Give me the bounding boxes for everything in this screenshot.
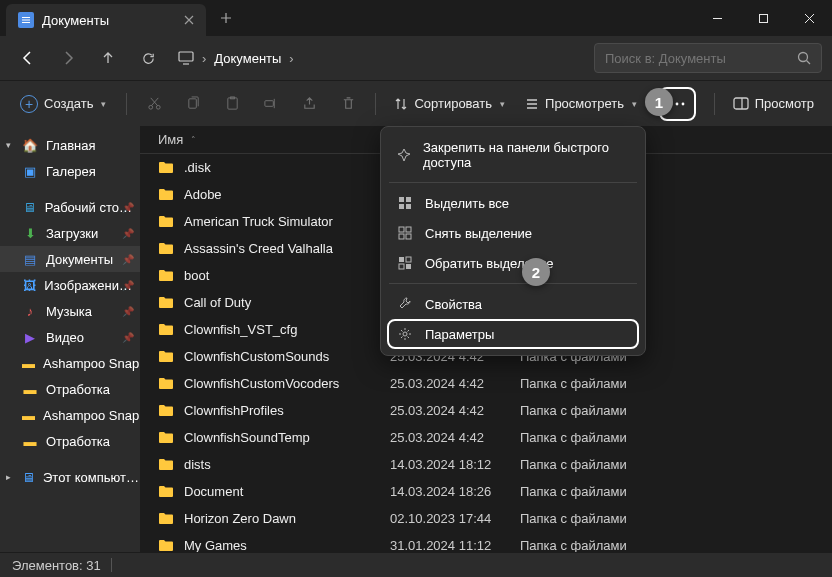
file-type: Папка с файлами: [520, 403, 627, 418]
tab-documents[interactable]: Документы: [6, 4, 206, 36]
close-window-button[interactable]: [786, 0, 832, 36]
file-row[interactable]: Horizon Zero Dawn02.10.2023 17:44Папка с…: [140, 505, 832, 532]
chevron-right-icon[interactable]: ›: [289, 51, 293, 66]
sort-asc-icon: ˄: [191, 135, 196, 145]
svg-rect-18: [399, 204, 404, 209]
maximize-button[interactable]: [740, 0, 786, 36]
download-icon: ⬇: [22, 225, 38, 241]
sidebar-downloads[interactable]: ⬇Загрузки📌: [0, 220, 140, 246]
svg-rect-19: [406, 204, 411, 209]
svg-rect-27: [406, 264, 411, 269]
file-row[interactable]: dists14.03.2024 18:12Папка с файлами: [140, 451, 832, 478]
sidebar-item[interactable]: ▬Отработка: [0, 428, 140, 454]
close-tab-icon[interactable]: [184, 15, 194, 25]
file-row[interactable]: My Games31.01.2024 11:12Папка с файлами: [140, 532, 832, 552]
home-icon: 🏠: [22, 137, 38, 153]
chevron-right-icon[interactable]: ›: [202, 51, 206, 66]
file-name: ClownfishCustomSounds: [184, 349, 390, 364]
up-button[interactable]: [90, 42, 126, 74]
file-name: .disk: [184, 160, 390, 175]
copy-button[interactable]: [176, 88, 211, 120]
file-row[interactable]: ClownfishSoundTemp25.03.2024 4:42Папка с…: [140, 424, 832, 451]
folder-icon: ▬: [22, 355, 35, 371]
gear-icon: [397, 326, 413, 342]
search-box[interactable]: [594, 43, 822, 73]
sidebar-music[interactable]: ♪Музыка📌: [0, 298, 140, 324]
new-tab-button[interactable]: [210, 2, 242, 34]
share-button[interactable]: [292, 88, 327, 120]
forward-button[interactable]: [50, 42, 86, 74]
menu-pin-quickaccess[interactable]: Закрепить на панели быстрого доступа: [387, 133, 639, 177]
sidebar-item[interactable]: ▬Ashampoo Snap…: [0, 350, 140, 376]
create-label: Создать: [44, 96, 93, 111]
sidebar-documents[interactable]: ▤Документы📌: [0, 246, 140, 272]
view-button[interactable]: Просмотреть ▾: [517, 88, 645, 120]
preview-panel-icon: [733, 97, 749, 110]
file-type: Папка с файлами: [520, 538, 627, 552]
svg-rect-2: [22, 22, 30, 23]
body-area: ▾🏠Главная ▣Галерея 🖥Рабочий сто…📌 ⬇Загру…: [0, 126, 832, 552]
sidebar-item[interactable]: ▬Отработка: [0, 376, 140, 402]
file-name: ClownfishSoundTemp: [184, 430, 390, 445]
breadcrumb-current[interactable]: Документы: [214, 51, 281, 66]
monitor-icon: [178, 51, 194, 65]
folder-icon: ▬: [22, 381, 38, 397]
column-name[interactable]: Имя ˄: [158, 132, 368, 147]
sidebar-thispc[interactable]: ▸🖥Этот компьют…: [0, 464, 140, 490]
sidebar-home[interactable]: ▾🏠Главная: [0, 132, 140, 158]
breadcrumb[interactable]: › Документы ›: [178, 51, 582, 66]
deselect-icon: [397, 225, 413, 241]
file-type: Папка с файлами: [520, 376, 627, 391]
svg-rect-3: [759, 14, 767, 22]
svg-rect-1: [22, 20, 30, 21]
svg-point-13: [676, 102, 679, 105]
delete-button[interactable]: [331, 88, 366, 120]
create-button[interactable]: + Создать ▾: [10, 88, 116, 120]
statusbar: Элементов: 31: [0, 552, 832, 577]
rename-button[interactable]: [253, 88, 288, 120]
search-input[interactable]: [605, 51, 797, 66]
menu-separator: [389, 182, 637, 183]
sort-button[interactable]: Сортировать ▾: [386, 88, 513, 120]
select-all-icon: [397, 195, 413, 211]
minimize-button[interactable]: [694, 0, 740, 36]
pin-icon: 📌: [122, 202, 134, 213]
cut-button[interactable]: [137, 88, 172, 120]
menu-select-all[interactable]: Выделить все: [387, 188, 639, 218]
file-row[interactable]: ClownfishCustomVocoders25.03.2024 4:42Па…: [140, 370, 832, 397]
sidebar-videos[interactable]: ▶Видео📌: [0, 324, 140, 350]
paste-button[interactable]: [215, 88, 250, 120]
annotation-callout-2: 2: [522, 258, 550, 286]
sidebar-pictures[interactable]: 🖼Изображени…📌: [0, 272, 140, 298]
preview-button[interactable]: Просмотр: [725, 88, 822, 120]
sidebar-gallery[interactable]: ▣Галерея: [0, 158, 140, 184]
desktop-icon: 🖥: [22, 199, 37, 215]
refresh-button[interactable]: [130, 42, 166, 74]
file-name: boot: [184, 268, 390, 283]
svg-rect-23: [406, 234, 411, 239]
svg-point-5: [799, 53, 808, 62]
menu-deselect[interactable]: Снять выделение: [387, 218, 639, 248]
back-button[interactable]: [10, 42, 46, 74]
chevron-down-icon: ▾: [101, 99, 106, 109]
file-row[interactable]: Document14.03.2024 18:26Папка с файлами: [140, 478, 832, 505]
wrench-icon: [397, 296, 413, 312]
search-icon[interactable]: [797, 51, 811, 65]
file-type: Папка с файлами: [520, 484, 627, 499]
menu-properties[interactable]: Свойства: [387, 289, 639, 319]
sidebar-desktop[interactable]: 🖥Рабочий сто…📌: [0, 194, 140, 220]
menu-options[interactable]: Параметры: [387, 319, 639, 349]
chevron-down-icon: ▾: [632, 99, 637, 109]
sidebar-item[interactable]: ▬Ashampoo Snap…: [0, 402, 140, 428]
file-row[interactable]: ClownfishProfiles25.03.2024 4:42Папка с …: [140, 397, 832, 424]
pin-icon: 📌: [122, 306, 134, 317]
video-icon: ▶: [22, 329, 38, 345]
pictures-icon: 🖼: [22, 277, 36, 293]
file-name: Call of Duty: [184, 295, 390, 310]
view-label: Просмотреть: [545, 96, 624, 111]
pin-icon: 📌: [122, 254, 134, 265]
main-panel: Имя ˄ .diskAdobeAmerican Truck Simulator…: [140, 126, 832, 552]
menu-invert-selection[interactable]: Обратить выделение: [387, 248, 639, 278]
file-name: Document: [184, 484, 390, 499]
folder-icon: ▬: [22, 407, 35, 423]
